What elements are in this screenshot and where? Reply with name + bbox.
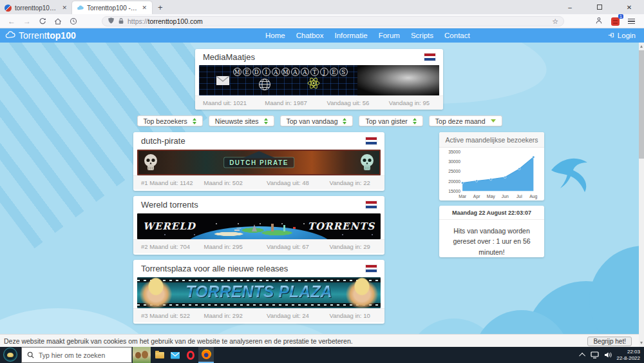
tray-expand-icon[interactable]: [579, 353, 585, 359]
file-explorer-button[interactable]: [152, 347, 167, 363]
torrentsplaza-banner[interactable]: TORRENTS PLAZA: [137, 277, 381, 308]
svg-text:20000: 20000: [448, 179, 460, 184]
site-logo[interactable]: Torrenttop100: [5, 30, 76, 41]
skull-icon: [359, 153, 375, 173]
dutch-pirate-banner[interactable]: DUTCH PIRATE: [137, 150, 381, 175]
cookie-text: Deze website maakt gebruik van cookies o…: [4, 337, 353, 345]
nav-item-informatie[interactable]: Informatie: [335, 32, 368, 39]
sort-updown-icon: [413, 118, 417, 124]
featured-site-card: MediaMaatjes MEDIAMAATJES Maand uit: 102…: [195, 49, 443, 110]
extension-badge: 1: [618, 14, 623, 19]
filter-top-van-vandaag[interactable]: Top van vandaag: [280, 115, 354, 126]
svg-text:Apr: Apr: [473, 194, 480, 199]
minimize-button[interactable]: –: [555, 0, 585, 14]
site-card-dutch-pirate: dutch-pirate DUTCH PIRATE #1 Maand uit: …: [133, 132, 384, 191]
landmark-art: [271, 224, 274, 231]
taskbar-search[interactable]: Typ hier om te zoeken: [21, 347, 132, 363]
skull-icon: [142, 153, 159, 173]
scroll-up-icon[interactable]: [640, 45, 643, 48]
lock-icon[interactable]: [118, 15, 124, 27]
featured-site-title[interactable]: MediaMaatjes: [203, 52, 255, 62]
nav-item-home[interactable]: Home: [265, 32, 285, 39]
adblock-extension-icon[interactable]: 1: [611, 17, 620, 26]
maximize-button[interactable]: [585, 0, 614, 14]
filter-nieuwste-sites[interactable]: Nieuwste sites: [209, 115, 274, 126]
login-button[interactable]: Login: [608, 32, 636, 40]
stat-maand-in: Maand in: 295: [196, 243, 260, 250]
mail-button[interactable]: [167, 347, 183, 363]
mediamaatjes-banner[interactable]: MEDIAMAATJES: [199, 65, 439, 95]
tab-close-icon[interactable]: ✕: [61, 5, 68, 11]
scroll-down-icon[interactable]: [640, 342, 643, 344]
page-scrollbar[interactable]: [639, 43, 644, 347]
site-stats-row: #3 Maand uit: 522 Maand in: 292 Vandaag …: [133, 308, 384, 322]
stat-maand-in: Maand in: 1987: [257, 99, 319, 106]
nav-item-forum[interactable]: Forum: [379, 32, 400, 39]
scrollbar-thumb[interactable]: [639, 50, 644, 159]
landmark-art: [283, 225, 285, 231]
cookie-accept-button[interactable]: Begrijp het!: [587, 337, 632, 346]
site-title[interactable]: Wereld torrents: [141, 200, 198, 210]
address-bar[interactable]: https://torrenttop100.com ☆: [102, 16, 564, 26]
firefox-button[interactable]: [198, 347, 214, 363]
tab-close-icon[interactable]: ✕: [141, 5, 147, 11]
history-button[interactable]: [66, 14, 81, 28]
stat-vandaag-in: Vandaag in: 95: [381, 99, 443, 106]
logo-text-prefix: Torrent: [19, 30, 47, 41]
extension-icon[interactable]: [595, 15, 603, 27]
menu-icon[interactable]: [628, 19, 635, 24]
svg-text:Jun: Jun: [502, 194, 509, 199]
sort-updown-icon: [193, 118, 196, 124]
forward-button[interactable]: →: [19, 14, 35, 28]
back-button[interactable]: ←: [4, 14, 19, 28]
browser-tab-home[interactable]: Torrenttop100 - Home ✕: [72, 1, 152, 14]
wereld-torrents-banner[interactable]: WERELD TORRENTS: [137, 213, 381, 239]
mediamaatjes-banner-letters: MEDIAMAATJES: [216, 68, 365, 76]
close-button[interactable]: ✕: [614, 0, 644, 14]
site-title[interactable]: dutch-pirate: [141, 136, 185, 146]
new-tab-button[interactable]: +: [152, 3, 169, 12]
clock-date: 22-8-2022: [617, 355, 640, 362]
nav-item-scripts[interactable]: Scripts: [411, 32, 433, 39]
taskbar-clock[interactable]: 22:03 22-8-2022: [617, 349, 640, 362]
browser-tab-offline[interactable]: torrenttop100 offline - Downloa ✕: [0, 1, 72, 14]
swallow-bird-icon: [547, 153, 598, 192]
nav-item-contact[interactable]: Contact: [444, 32, 470, 39]
landmark-art: [234, 230, 240, 231]
home-button[interactable]: [50, 14, 66, 28]
search-placeholder: Typ hier om te zoeken: [39, 351, 105, 359]
banner-word-left: WERELD: [143, 221, 196, 232]
stat-maand-in: Maand in: 292: [196, 312, 260, 319]
filter-row: Top bezoekers Nieuwste sites Top van van…: [0, 115, 639, 126]
network-icon[interactable]: [591, 351, 599, 358]
news-widget-thumbnail[interactable]: [133, 347, 151, 363]
filter-top-van-gister[interactable]: Top van gister: [359, 115, 422, 126]
opera-button[interactable]: [183, 347, 198, 363]
dutch-flag-icon: [366, 137, 377, 144]
svg-text:15000: 15000: [448, 189, 460, 193]
tab-title: torrenttop100 offline - Downloa: [15, 5, 58, 12]
clock-time: 22:03: [617, 349, 640, 355]
shield-icon[interactable]: [108, 15, 115, 27]
bookmark-star-icon[interactable]: ☆: [552, 17, 558, 26]
tab-title: Torrenttop100 - Home: [87, 5, 138, 12]
tab-favicon-globe-icon: [5, 5, 12, 12]
volume-icon[interactable]: [604, 351, 612, 358]
stat-rank-maand-uit: #3 Maand uit: 522: [133, 312, 196, 319]
url-text: https://torrenttop100.com: [128, 17, 203, 25]
desktop-screen: torrenttop100 offline - Downloa ✕ Torren…: [0, 0, 644, 363]
stat-maand-uit: Maand uit: 1021: [195, 99, 257, 106]
cloud-logo-icon: [5, 30, 16, 41]
site-title[interactable]: Torrentsplaza voor alle nieuwe releases: [141, 264, 288, 273]
refresh-button[interactable]: [35, 14, 50, 28]
nav-item-chatbox[interactable]: Chatbox: [296, 32, 324, 39]
page-viewport: MediaMaatjes MEDIAMAATJES Maand uit: 102…: [0, 43, 644, 347]
start-button[interactable]: [3, 348, 17, 362]
envelope-icon: [216, 75, 230, 86]
search-icon: [27, 351, 34, 358]
filter-top-bezoekers[interactable]: Top bezoekers: [137, 115, 203, 126]
filter-top-deze-maand[interactable]: Top deze maand: [429, 115, 502, 126]
chart-body: 1500020000250003000035000MarAprMayJunJul…: [439, 148, 544, 201]
system-tray: 22:03 22-8-2022: [581, 347, 640, 363]
stat-vandaag-uit: Vandaag uit: 67: [259, 243, 322, 250]
